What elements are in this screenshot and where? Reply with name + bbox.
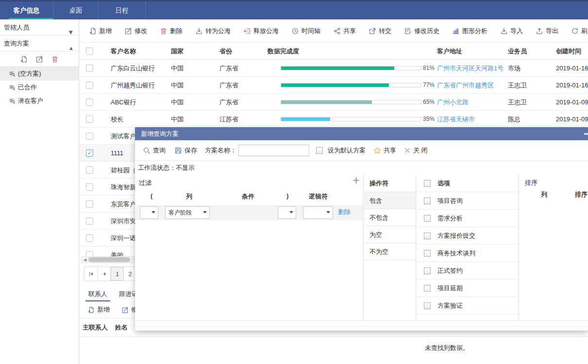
option-row[interactable]: 项目延期 [416, 280, 519, 297]
address-link[interactable]: 广州市天河区天河路1号 [437, 60, 506, 77]
row-checkbox[interactable] [86, 99, 93, 106]
row-checkbox[interactable] [86, 183, 93, 191]
options-header-row[interactable]: 选项 [416, 175, 519, 192]
operator-包含[interactable]: 包含 [364, 192, 416, 209]
row-checkbox[interactable] [86, 132, 93, 140]
刷新-button[interactable]: 刷新 [571, 27, 588, 35]
row-checkbox[interactable] [86, 234, 93, 242]
close-button[interactable]: 关 闭 [404, 146, 428, 155]
table-row[interactable]: 广东白云山银行中国广东省81%广州市天河区天河路1号市场2019-01-16 [79, 60, 588, 77]
option-row[interactable]: 正式签约 [416, 262, 519, 280]
删除-button[interactable]: 删除 [160, 27, 183, 35]
table-row[interactable]: ABC银行中国广东省65%广州小北路王志卫2019-01-09 [79, 94, 588, 111]
nav-tab-客户信息[interactable]: 客户信息 [0, 1, 53, 19]
column-header-国家[interactable]: 国家 [171, 43, 184, 60]
column-header-业务员[interactable]: 业务员 [508, 43, 552, 60]
modal-title-bar[interactable]: 新增查询方案 [135, 127, 588, 140]
row-checkbox[interactable] [86, 166, 93, 174]
query-scheme-section-header[interactable]: 查询方案 ▲ [0, 35, 79, 51]
table-row[interactable]: 校长中国江苏省35%江苏省无锡市陈总2019-01-09 [79, 111, 588, 128]
completeness-percent: 77% [423, 77, 435, 94]
checkbox-icon[interactable] [424, 198, 431, 204]
修改历史-button[interactable]: 修改历史 [404, 27, 439, 35]
column-header-创建时间[interactable]: 创建时间 [556, 43, 588, 60]
row-checkbox[interactable]: ✓ [86, 149, 93, 157]
delete-scheme-icon[interactable] [51, 55, 59, 63]
logic-select[interactable] [303, 206, 333, 219]
checkbox-icon[interactable] [424, 180, 431, 187]
search-icon [143, 147, 151, 154]
scheme-item[interactable]: (空方案) [0, 67, 79, 81]
manager-dropdown[interactable]: 管辖人员 ▼ [0, 19, 79, 35]
column-header-客户地址[interactable]: 客户地址 [437, 43, 506, 60]
table-row[interactable]: 广州越秀山银行中国广东省77%广东省广州市越秀区王志卫2019-01-16 [79, 77, 588, 94]
column-header-客户名称[interactable]: 客户名称 [111, 43, 169, 60]
scrollbar-thumb[interactable] [88, 257, 130, 262]
share-button[interactable]: 共享 [373, 146, 396, 155]
filter-col-column: 列 [186, 192, 192, 201]
row-checkbox[interactable] [86, 251, 93, 256]
paren-close-select[interactable] [278, 206, 296, 219]
checkbox-icon[interactable] [424, 250, 431, 257]
add-filter-icon[interactable] [353, 177, 360, 184]
operator-不包含[interactable]: 不包含 [364, 209, 416, 226]
page-number-1[interactable]: 1 [111, 267, 124, 281]
nav-tab-桌面[interactable]: 桌面 [53, 1, 99, 19]
row-checkbox[interactable] [86, 82, 93, 89]
checkbox-icon[interactable] [424, 302, 431, 309]
scheme-name-input[interactable] [238, 145, 309, 156]
operator-为空[interactable]: 为空 [364, 226, 416, 243]
address-link[interactable]: 江苏省无锡市 [437, 111, 506, 128]
row-checkbox[interactable] [86, 65, 93, 72]
checkbox-icon[interactable] [424, 232, 431, 239]
customer-name-cell: 校长 [111, 111, 169, 128]
delete-filter-link[interactable]: 删除 [338, 208, 351, 216]
column-header-数据完成度[interactable]: 数据完成度 [268, 43, 299, 60]
select-all-checkbox[interactable] [86, 48, 93, 55]
address-link[interactable]: 广州小北路 [437, 94, 506, 111]
modal-foot-line [135, 326, 588, 327]
column-select[interactable]: 客户阶段 [165, 206, 210, 219]
option-row[interactable]: 方案报价提交 [416, 227, 519, 245]
option-row[interactable]: 方案验证 [416, 297, 519, 314]
address-link[interactable]: 广东省广州市越秀区 [437, 77, 506, 94]
转为公海-button[interactable]: 转为公海 [195, 27, 231, 35]
新增-button[interactable]: 新增 [87, 305, 110, 314]
checkbox-icon[interactable] [424, 267, 431, 274]
row-checkbox[interactable] [86, 200, 93, 208]
edit-scheme-icon[interactable] [35, 55, 43, 63]
图形分析-button[interactable]: 图形分析 [452, 27, 487, 35]
新增-button[interactable]: 新增 [89, 27, 112, 35]
minimize-icon[interactable] [584, 133, 588, 135]
set-default-checkbox[interactable]: 设为默认方案 [316, 146, 366, 155]
prev-page-button[interactable] [98, 267, 111, 281]
save-button[interactable]: 保存 [174, 146, 197, 155]
row-checkbox[interactable] [86, 116, 93, 123]
detail-tab-联系人[interactable]: 联系人 [87, 287, 108, 301]
row-checkbox[interactable] [86, 217, 93, 225]
checkbox-icon[interactable] [316, 147, 323, 154]
option-row[interactable]: 需求分析 [416, 210, 519, 227]
add-scheme-icon[interactable] [20, 55, 28, 63]
column-header-省份[interactable]: 省份 [219, 43, 232, 60]
共享-button[interactable]: 共享 [333, 27, 356, 35]
checkbox-icon[interactable] [424, 285, 431, 292]
operator-不为空[interactable]: 不为空 [364, 243, 416, 260]
scroll-left-arrow-icon[interactable]: ◀ [82, 258, 88, 262]
时间轴-button[interactable]: 时间轴 [291, 27, 320, 35]
checkbox-icon[interactable] [424, 215, 431, 222]
释放公海-button[interactable]: 释放公海 [243, 27, 279, 35]
nav-tab-日程[interactable]: 日程 [99, 1, 146, 19]
option-row[interactable]: 商务技术谈判 [416, 245, 519, 262]
first-page-button[interactable] [84, 267, 98, 281]
转交-button[interactable]: 转交 [369, 27, 391, 35]
query-button[interactable]: 查询 [143, 146, 166, 155]
导入-button[interactable]: 导入 [500, 27, 523, 35]
scheme-item[interactable]: 潜在客户 [0, 94, 79, 108]
query-scheme-icon [9, 98, 16, 104]
修改-button[interactable]: 修改 [124, 27, 147, 35]
paren-open-select[interactable] [140, 206, 158, 219]
导出-button[interactable]: 导出 [536, 27, 558, 35]
option-row[interactable]: 项目咨询 [416, 192, 519, 210]
scheme-item[interactable]: 已合作 [0, 81, 79, 94]
